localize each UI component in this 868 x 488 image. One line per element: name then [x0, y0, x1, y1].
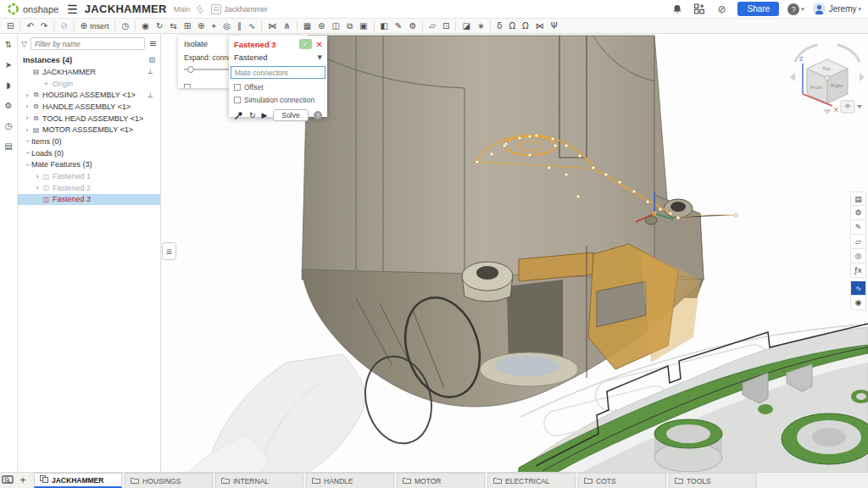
linked-document-chip[interactable]: ⊡ Jackhammer: [211, 4, 268, 14]
hide-transparent-checkbox[interactable]: [184, 84, 191, 88]
help-icon[interactable]: ?: [314, 111, 322, 119]
document-tab-tools[interactable]: TOOLS: [669, 473, 757, 488]
material-library-panel-icon[interactable]: ∿: [850, 281, 866, 296]
support-icon[interactable]: Ω: [519, 19, 532, 33]
document-tab-motor[interactable]: MOTOR: [397, 473, 485, 488]
tree-item-housing-assembly-1[interactable]: ›⧉HOUSING ASSEMBLY <1>⊥: [18, 89, 160, 101]
offset-checkbox[interactable]: [234, 84, 241, 91]
features-panel-icon[interactable]: ⊟: [3, 19, 17, 33]
chevron-down-icon[interactable]: ›: [24, 160, 31, 169]
edit-in-context-icon[interactable]: ✎: [392, 19, 405, 33]
sheet-metal-icon[interactable]: ▱: [426, 19, 439, 33]
replicate-icon[interactable]: ⧉: [343, 19, 356, 33]
share-button[interactable]: Share: [737, 2, 779, 16]
main-menu-icon[interactable]: ☰: [67, 3, 78, 16]
chevron-right-icon[interactable]: ›: [23, 126, 31, 134]
tree-item-tool-head-assembly-1[interactable]: ›⧉TOOL HEAD ASSEMBLY <1>: [18, 113, 160, 125]
document-tab-housings[interactable]: HOUSINGS: [125, 473, 213, 488]
document-tab-internal[interactable]: INTERNAL: [215, 473, 303, 488]
tree-item-fastened-2[interactable]: ›◫Fastened 2: [18, 182, 160, 194]
undo-icon[interactable]: ↶: [23, 19, 36, 33]
document-tab-cots[interactable]: COTS: [578, 473, 666, 488]
web-panel-panel-icon[interactable]: ◎: [850, 249, 866, 263]
tree-item-jackhammer[interactable]: ▤JACKHAMMER⊥: [18, 66, 160, 78]
history-icon[interactable]: ◷: [2, 119, 16, 133]
comments-icon[interactable]: ◗: [2, 78, 16, 92]
chevron-right-icon[interactable]: ›: [23, 92, 31, 99]
tree-item-motor-asssembly-1[interactable]: ›▤MOTOR ASSSEMBLY <1>: [18, 124, 160, 136]
document-tab-electrical[interactable]: ELECTRICAL: [487, 473, 576, 488]
selection-tools-icon[interactable]: ➤: [2, 58, 16, 72]
ball-mate-icon[interactable]: ◎: [220, 19, 234, 33]
pin-icon[interactable]: [234, 111, 243, 120]
pin-slot-mate-icon[interactable]: ⌖: [209, 19, 220, 33]
tangent-mate-icon[interactable]: ∿: [245, 19, 259, 33]
snap-mode-icon[interactable]: ⋔: [280, 19, 293, 33]
chevron-down-icon[interactable]: ▾: [801, 6, 804, 13]
relation-icon[interactable]: ⋈: [264, 19, 280, 33]
panel-toggle-button[interactable]: ≣: [162, 242, 176, 260]
bearing-icon[interactable]: ⋈: [532, 19, 548, 33]
user-menu[interactable]: Jeremy: [829, 4, 857, 14]
slider-knob[interactable]: [187, 66, 194, 73]
mate-connectors-field[interactable]: Mate connectors: [231, 66, 326, 79]
slider-mate-icon[interactable]: ⇆: [166, 19, 180, 33]
view-cube[interactable]: Top Front Right Z X: [788, 38, 866, 116]
redo-icon[interactable]: ↷: [37, 19, 51, 33]
load-icon[interactable]: Ω: [505, 19, 519, 33]
apps-panel-icon[interactable]: ▱: [850, 235, 866, 249]
revolute-mate-icon[interactable]: ↻: [153, 19, 166, 33]
tree-item-loads-0[interactable]: ›Loads (0): [18, 147, 160, 159]
variables-table-panel-icon[interactable]: ƒx: [850, 263, 866, 278]
linear-pattern-icon[interactable]: ▦: [300, 19, 314, 33]
chevron-down-icon[interactable]: ▾: [858, 6, 861, 13]
frame-icon[interactable]: ⊡: [439, 19, 453, 33]
filter-icon[interactable]: ▽: [21, 40, 27, 48]
circular-pattern-icon[interactable]: ⊛: [314, 19, 328, 33]
cylindrical-mate-icon[interactable]: ⊕: [194, 19, 208, 33]
chevron-right-icon[interactable]: ›: [23, 114, 31, 122]
document-tab-jackhammer[interactable]: JACKHAMMER: [34, 473, 122, 488]
learning-center-icon[interactable]: ⊘: [714, 3, 729, 15]
filter-input[interactable]: [31, 37, 145, 50]
part-studio-icon[interactable]: ◧: [377, 19, 392, 33]
mate-icon[interactable]: ◷: [118, 19, 132, 33]
tree-item-origin[interactable]: +Origin: [18, 78, 160, 90]
tree-item-handle-assembly-1[interactable]: ›⧉HANDLE ASSEMBLY <1>: [18, 101, 160, 113]
app-store-icon[interactable]: [692, 3, 707, 14]
help-menu-icon[interactable]: ?: [787, 3, 799, 15]
onshape-logo-text[interactable]: onshape: [23, 4, 58, 14]
torque-icon[interactable]: Ψ: [548, 19, 561, 33]
avatar[interactable]: [813, 3, 826, 15]
view-cube-right-label[interactable]: Right: [831, 83, 843, 88]
group-parts-icon[interactable]: ▣: [356, 19, 370, 33]
jackhammer-body[interactable]: [302, 36, 704, 280]
view-cube-body[interactable]: Top Front Right: [807, 59, 848, 103]
collapse-tree-icon[interactable]: ⊡: [148, 56, 155, 64]
planar-mate-icon[interactable]: ⊞: [181, 19, 194, 33]
custom-features-panel-icon[interactable]: ✎: [850, 220, 866, 235]
reorient-icon[interactable]: ↻: [249, 111, 256, 119]
view-cube-front-label[interactable]: Front: [810, 85, 822, 90]
chevron-right-icon[interactable]: ›: [33, 173, 42, 180]
mirror-icon[interactable]: ◫: [329, 19, 343, 33]
group-mate-icon[interactable]: ◉: [138, 19, 153, 33]
cancel-button[interactable]: ✕: [316, 40, 323, 49]
onshape-logo-icon[interactable]: [7, 3, 19, 15]
parallel-mate-icon[interactable]: ∥: [234, 19, 245, 33]
view-options-button[interactable]: [841, 101, 862, 113]
visibility-panel-icon[interactable]: ◉: [850, 296, 866, 310]
tree-item-fastened-3[interactable]: ◫Fastened 3: [18, 194, 160, 206]
notes-icon[interactable]: ▤: [2, 139, 16, 153]
variables-icon[interactable]: ⇅: [2, 37, 16, 52]
tool-head-arm[interactable]: [175, 354, 365, 472]
insert-icon[interactable]: ⊕Insert: [77, 19, 113, 34]
view-cube-top-label[interactable]: Top: [822, 66, 831, 71]
chevron-down-icon[interactable]: ›: [24, 137, 31, 146]
chevron-down-icon[interactable]: ▼: [318, 54, 322, 61]
tree-item-fastened-1[interactable]: ›◫Fastened 1: [18, 170, 160, 182]
simulation-connection-checkbox[interactable]: [234, 97, 241, 103]
manage-context-icon[interactable]: ⚙: [405, 19, 420, 33]
list-options-icon[interactable]: ≡: [149, 38, 157, 49]
solve-button[interactable]: Solve: [273, 109, 308, 121]
